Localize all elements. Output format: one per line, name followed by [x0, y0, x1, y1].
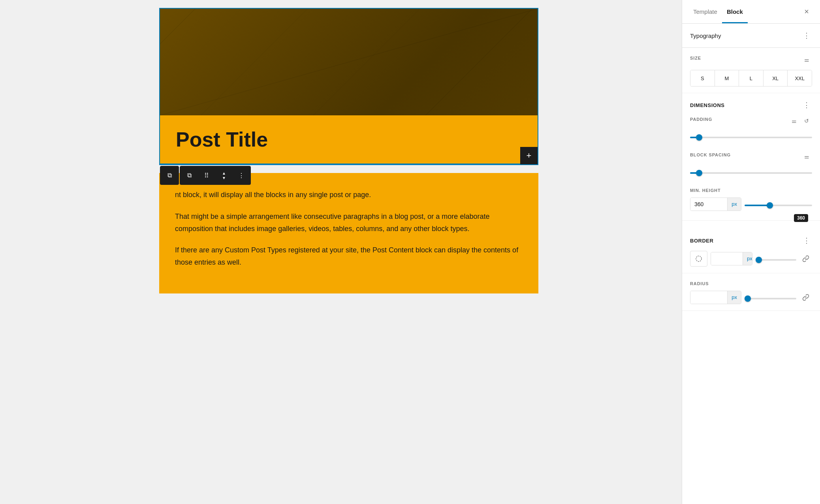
toolbar-group-1: ⧉ [160, 166, 179, 185]
svg-line-0 [160, 9, 538, 115]
block-type-button[interactable]: ⧉ [161, 167, 178, 184]
min-height-label: MIN. HEIGHT [690, 188, 721, 193]
padding-header: PADDING ⚌ ↺ [690, 115, 812, 126]
radius-unit: px [727, 291, 741, 304]
size-settings-button[interactable]: ⚌ [801, 54, 812, 65]
post-title-text: Post Title [176, 127, 522, 152]
size-section: SIZE ⚌ S M L XL XXL [682, 48, 820, 93]
block-toolbar: ⧉ ⧉ ⠿ ▲▼ ⋮ [160, 166, 251, 185]
more-options-button[interactable]: ⋮ [233, 167, 250, 184]
min-height-group: MIN. HEIGHT px 360 [690, 186, 812, 211]
toolbar-group-2: ⧉ ⠿ ▲▼ ⋮ [180, 166, 251, 185]
tab-block[interactable]: Block [722, 0, 748, 23]
border-section: Border ⋮ px [682, 229, 820, 273]
border-menu-button[interactable]: ⋮ [801, 235, 812, 246]
hero-image-block [160, 9, 538, 115]
radius-link-button[interactable] [799, 291, 812, 304]
min-height-input[interactable] [690, 198, 727, 211]
border-width-input[interactable] [711, 252, 743, 265]
border-link-button[interactable] [799, 252, 812, 265]
add-block-button[interactable]: + [520, 147, 538, 164]
typography-menu-button[interactable]: ⋮ [801, 30, 812, 41]
radius-input-row: px [690, 291, 812, 304]
border-label: Border [690, 238, 713, 244]
radius-label: RADIUS [690, 281, 709, 286]
size-options-row: S M L XL XXL [690, 70, 812, 87]
radius-slider-wrap [745, 291, 796, 304]
dimensions-header: Dimensions ⋮ [690, 100, 812, 111]
typography-header: Typography ⋮ [690, 30, 812, 41]
size-m-button[interactable]: M [715, 70, 739, 86]
dimensions-label: Dimensions [690, 102, 725, 108]
block-spacing-settings-icon[interactable]: ⚌ [801, 151, 812, 162]
sidebar-tabs: Template Block × [682, 0, 820, 24]
size-s-button[interactable]: S [690, 70, 715, 86]
min-height-input-group: px [690, 197, 741, 211]
typography-label: Typography [690, 32, 721, 39]
padding-settings-icon[interactable]: ⚌ [788, 115, 799, 126]
move-up-down-button[interactable]: ▲▼ [215, 167, 233, 184]
block-spacing-slider[interactable] [690, 172, 812, 174]
block-spacing-label: BLOCK SPACING [690, 152, 731, 157]
paragraph-1[interactable]: nt block, it will display all the blocks… [175, 189, 523, 201]
typography-section: Typography ⋮ [682, 24, 820, 48]
block-spacing-group: BLOCK SPACING ⚌ [690, 151, 812, 179]
diagonal-decoration [160, 9, 538, 115]
border-input-row: px [690, 251, 812, 267]
dimensions-section: Dimensions ⋮ PADDING ⚌ ↺ BLOCK SPACING ⚌ [682, 93, 820, 221]
border-unit: px [743, 252, 752, 265]
select-parent-button[interactable]: ⧉ [181, 167, 198, 184]
radius-input-group: px [690, 291, 741, 304]
min-height-input-row: px 360 [690, 197, 812, 211]
border-width-slider[interactable] [756, 259, 797, 261]
padding-slider-container [690, 130, 812, 143]
paragraph-2[interactable]: That might be a simple arrangement like … [175, 211, 523, 235]
size-label: SIZE [690, 56, 701, 60]
min-height-slider-wrap: 360 [745, 197, 812, 211]
size-header: SIZE ⚌ [690, 54, 812, 65]
sidebar-panel: Template Block × Typography ⋮ SIZE ⚌ S M… [682, 0, 820, 504]
size-l-button[interactable]: L [739, 70, 764, 86]
size-xxl-button[interactable]: XXL [788, 70, 812, 86]
drag-handle-button[interactable]: ⠿ [198, 167, 215, 184]
min-height-slider[interactable] [745, 205, 812, 206]
content-area: nt block, it will display all the blocks… [159, 173, 538, 293]
padding-label: PADDING [690, 117, 712, 122]
radius-input[interactable] [690, 291, 727, 304]
padding-slider[interactable] [690, 137, 812, 138]
radius-slider[interactable] [745, 298, 796, 299]
size-xl-button[interactable]: XL [764, 70, 788, 86]
padding-link-icon[interactable]: ↺ [801, 115, 812, 126]
padding-controls: ⚌ ↺ [788, 115, 812, 126]
block-spacing-slider-container [690, 165, 812, 179]
border-width-input-group: px [711, 252, 752, 265]
dimensions-menu-button[interactable]: ⋮ [801, 100, 812, 111]
min-height-header: MIN. HEIGHT [690, 186, 812, 194]
block-spacing-header: BLOCK SPACING ⚌ [690, 151, 812, 162]
min-height-tooltip: 360 [794, 214, 808, 222]
padding-group: PADDING ⚌ ↺ [690, 115, 812, 143]
tab-template[interactable]: Template [688, 0, 722, 23]
radius-section: RADIUS px [682, 273, 820, 311]
selected-block-wrapper: Post Title + ⧉ ⧉ ⠿ ▲▼ ⋮ [159, 8, 538, 165]
border-style-icon[interactable] [690, 251, 707, 267]
paragraph-3[interactable]: If there are any Custom Post Types regis… [175, 244, 523, 268]
border-slider-wrap [756, 252, 797, 265]
min-height-unit: px [727, 198, 741, 211]
svg-point-1 [696, 256, 702, 261]
close-button[interactable]: × [799, 5, 814, 19]
radius-header: RADIUS [690, 280, 812, 287]
border-header: Border ⋮ [690, 235, 812, 246]
post-title-block[interactable]: Post Title [160, 115, 538, 164]
